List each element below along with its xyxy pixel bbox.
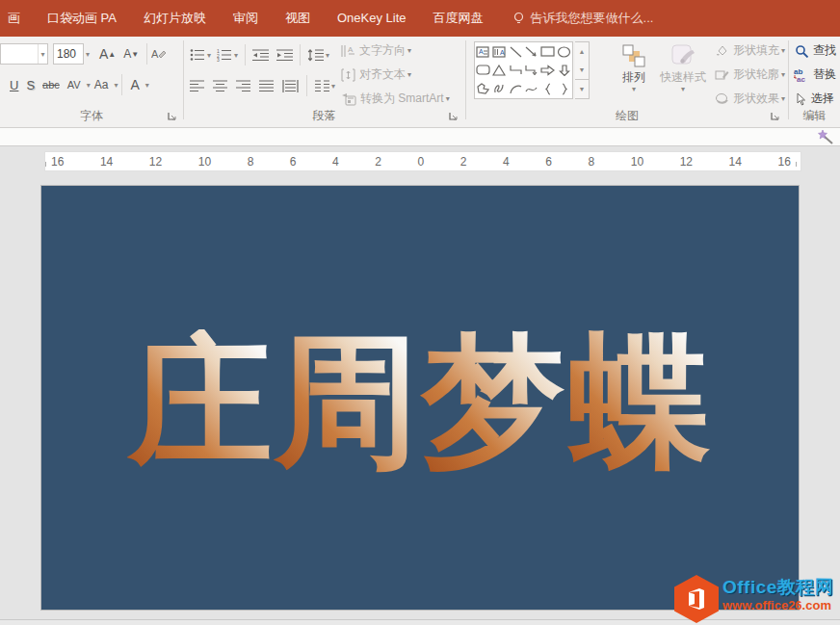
magic-wand-icon[interactable] bbox=[817, 129, 834, 148]
align-left-button[interactable] bbox=[190, 80, 204, 92]
smartart-icon bbox=[341, 92, 356, 106]
shape-fill-button[interactable]: 形状填充 ▾ bbox=[715, 42, 785, 59]
convert-smartart-button[interactable]: 转换为 SmartArt ▾ bbox=[341, 91, 450, 107]
svg-text:A: A bbox=[500, 49, 505, 56]
title-char: 周 bbox=[274, 329, 420, 474]
triangle-shape-icon[interactable] bbox=[491, 61, 508, 79]
elbow-arrow-connector-icon[interactable] bbox=[524, 61, 540, 79]
svg-text:ac: ac bbox=[797, 75, 805, 83]
addin-toolbar bbox=[0, 128, 840, 146]
tell-me-box[interactable]: 告诉我您想要做什么... bbox=[497, 10, 654, 27]
clear-formatting-button[interactable]: A bbox=[151, 47, 167, 61]
text-direction-icon: A bbox=[341, 44, 355, 58]
down-arrow-shape-icon[interactable] bbox=[556, 61, 572, 79]
rounded-rectangle-shape-icon[interactable] bbox=[475, 61, 491, 79]
columns-button[interactable] bbox=[315, 80, 329, 92]
tab-review[interactable]: 审阅 bbox=[220, 0, 272, 37]
numbering-caret-icon[interactable]: ▾ bbox=[234, 51, 238, 60]
font-name-combo[interactable]: ▾ bbox=[0, 43, 48, 65]
right-brace-shape-icon[interactable] bbox=[556, 80, 572, 98]
tab-slideshow[interactable]: 幻灯片放映 bbox=[130, 0, 220, 37]
paragraph-dialog-launcher[interactable] bbox=[449, 112, 460, 123]
shapes-scroll-up-icon[interactable]: ▲ bbox=[575, 42, 589, 61]
distribute-text-button[interactable] bbox=[282, 80, 299, 92]
columns-caret-icon[interactable]: ▾ bbox=[331, 82, 335, 91]
line-shape-icon[interactable] bbox=[508, 42, 524, 61]
increase-indent-button[interactable] bbox=[276, 49, 293, 62]
underline-button[interactable]: U bbox=[6, 73, 22, 96]
font-color-button[interactable]: A bbox=[126, 73, 143, 96]
font-dialog-launcher[interactable] bbox=[168, 112, 179, 123]
title-char: 蝶 bbox=[566, 329, 713, 474]
find-icon bbox=[795, 44, 809, 58]
decrease-indent-button[interactable] bbox=[252, 49, 269, 62]
bullets-button[interactable] bbox=[190, 48, 205, 62]
align-right-button[interactable] bbox=[236, 80, 250, 92]
character-spacing-button[interactable]: AV bbox=[64, 73, 85, 96]
svg-text:3: 3 bbox=[217, 57, 220, 62]
font-color-caret-icon[interactable]: ▾ bbox=[145, 81, 149, 90]
arrange-button[interactable]: 排列 ▾ bbox=[609, 41, 659, 93]
shape-effects-button[interactable]: 形状效果 ▾ bbox=[715, 91, 785, 107]
replace-button[interactable]: abac 替换 bbox=[793, 66, 836, 83]
arrow-shape-icon[interactable] bbox=[524, 42, 540, 61]
bullets-caret-icon[interactable]: ▾ bbox=[207, 51, 211, 60]
ruler-numbers: 1614 1210 86 42 02 46 810 1214 16 bbox=[49, 154, 793, 169]
arrange-icon bbox=[621, 41, 646, 70]
quick-styles-button[interactable]: 快速样式 ▾ bbox=[655, 41, 711, 93]
grow-font-button[interactable]: A▲ bbox=[95, 42, 119, 65]
line-spacing-button[interactable] bbox=[307, 49, 324, 62]
ribbon-tab-bar: 画 口袋动画 PA 幻灯片放映 审阅 视图 OneKey Lite 百度网盘 告… bbox=[0, 0, 840, 37]
font-size-dropdown-icon[interactable]: ▾ bbox=[86, 50, 90, 59]
freeform-shape-icon[interactable] bbox=[475, 80, 491, 98]
tab-pocket-animation[interactable]: 口袋动画 PA bbox=[34, 0, 130, 37]
slide[interactable]: 庄 周 梦 蝶 bbox=[40, 185, 800, 611]
editing-canvas: 1614 1210 86 42 02 46 810 1214 16 庄 周 梦 … bbox=[0, 146, 840, 625]
right-arrow-shape-icon[interactable] bbox=[539, 61, 556, 79]
left-brace-shape-icon[interactable] bbox=[539, 80, 556, 98]
font-name-dropdown-icon[interactable]: ▾ bbox=[38, 44, 47, 64]
font-group-label: 字体 bbox=[0, 108, 183, 124]
align-center-button[interactable] bbox=[213, 80, 227, 92]
strikethrough-button[interactable]: abc bbox=[39, 73, 64, 96]
vertical-text-box-icon[interactable]: A bbox=[491, 42, 508, 61]
line-spacing-caret-icon[interactable]: ▾ bbox=[326, 51, 329, 60]
watermark-site-name: Office教程网 bbox=[722, 577, 833, 598]
shrink-font-button[interactable]: A▼ bbox=[119, 42, 143, 65]
text-direction-button[interactable]: A 文字方向 ▾ bbox=[341, 42, 411, 59]
align-text-button[interactable]: 对齐文本 ▾ bbox=[341, 66, 411, 83]
font-size-input[interactable] bbox=[54, 47, 83, 61]
horizontal-ruler[interactable]: 1614 1210 86 42 02 46 810 1214 16 bbox=[44, 151, 801, 171]
curve-shape-icon[interactable] bbox=[524, 80, 540, 98]
shapes-scroll-down-icon[interactable]: ▼ bbox=[575, 61, 589, 79]
change-case-caret-icon[interactable]: ▾ bbox=[114, 81, 118, 90]
find-button[interactable]: 查找 bbox=[795, 42, 836, 59]
oval-shape-icon[interactable] bbox=[556, 42, 572, 61]
font-size-combo[interactable] bbox=[53, 43, 84, 65]
arc-shape-icon[interactable] bbox=[508, 80, 524, 98]
replace-icon: abac bbox=[793, 67, 809, 83]
watermark-site-url: www.office26.com bbox=[722, 598, 833, 612]
change-case-button[interactable]: Aa bbox=[91, 73, 113, 96]
shape-outline-button[interactable]: 形状轮廓 ▾ bbox=[715, 66, 785, 83]
text-shadow-button[interactable]: S bbox=[22, 73, 39, 96]
elbow-connector-icon[interactable] bbox=[508, 61, 524, 79]
select-button[interactable]: 选择 bbox=[795, 91, 834, 107]
rectangle-shape-icon[interactable] bbox=[539, 42, 556, 61]
font-name-input[interactable] bbox=[1, 47, 38, 61]
paragraph-group-label: 段落 bbox=[184, 108, 464, 124]
numbering-button[interactable]: 123 bbox=[217, 48, 232, 62]
tab-onekey-lite[interactable]: OneKey Lite bbox=[324, 0, 420, 37]
site-watermark: Office教程网 www.office26.com bbox=[669, 574, 840, 624]
tab-baidu-netdisk[interactable]: 百度网盘 bbox=[420, 0, 497, 37]
quick-styles-icon bbox=[669, 41, 696, 70]
drawing-dialog-launcher[interactable] bbox=[771, 112, 782, 123]
office-logo-icon bbox=[674, 575, 719, 623]
tab-view[interactable]: 视图 bbox=[272, 0, 324, 37]
slide-title-text[interactable]: 庄 周 梦 蝶 bbox=[127, 329, 713, 474]
scribble-shape-icon[interactable] bbox=[491, 80, 508, 98]
justify-button[interactable] bbox=[259, 80, 274, 92]
tab-animation-partial[interactable]: 画 bbox=[0, 0, 34, 37]
text-box-icon[interactable]: A bbox=[475, 42, 491, 61]
shapes-gallery-more-icon[interactable]: ▼ bbox=[575, 79, 589, 98]
